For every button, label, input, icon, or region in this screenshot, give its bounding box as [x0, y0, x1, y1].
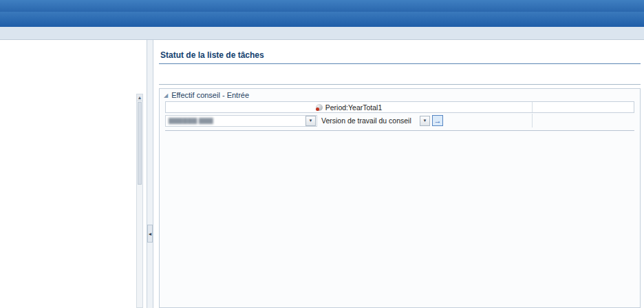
version-selector-value: Version de travail du conseil — [321, 116, 419, 125]
sidebar: ▲ — [0, 40, 147, 308]
entity-selector[interactable]: ▇▇▇▇▇▇ ▇▇▇ ▼ — [165, 115, 317, 127]
member-selector-row: ▇▇▇▇▇▇ ▇▇▇ ▼ Version de travail du conse… — [165, 114, 634, 127]
task-tree — [0, 44, 147, 308]
main-content: Statut de la liste de tâches ◢ Effectif … — [153, 40, 644, 308]
pov-empty-cell — [533, 102, 634, 112]
collapse-sidebar-icon[interactable]: ◄ — [147, 225, 153, 243]
entity-selector-value: ▇▇▇▇▇▇ ▇▇▇ — [166, 117, 305, 124]
tree-scrollbar[interactable]: ▲ — [136, 94, 143, 308]
pov-bar[interactable]: Period:YearTotal1 — [165, 101, 634, 113]
pov-label: Period:YearTotal1 — [325, 103, 383, 112]
toolbar — [0, 12, 644, 27]
scrollbar-thumb[interactable] — [138, 102, 142, 185]
version-dropdown-icon[interactable]: ▼ — [420, 116, 430, 126]
scroll-up-icon[interactable]: ▲ — [137, 94, 142, 101]
go-button[interactable]: → — [432, 115, 443, 126]
menu-bar — [0, 0, 644, 12]
form-title: Effectif conseil - Entrée — [171, 91, 249, 99]
grid-tabs — [165, 130, 634, 131]
form-title-row: ◢ Effectif conseil - Entrée — [160, 89, 640, 101]
entity-dropdown-icon[interactable]: ▼ — [305, 116, 316, 126]
application-window: ▲ ◄ Statut de la liste de tâches ◢ Effec… — [0, 0, 644, 308]
window-tab-strip — [0, 27, 644, 40]
panel-splitter[interactable]: ◄ — [147, 40, 153, 308]
task-tabs — [159, 70, 641, 85]
collapse-form-icon[interactable]: ◢ — [164, 92, 168, 99]
selector-divider — [532, 114, 533, 127]
pov-member-icon — [316, 104, 323, 111]
task-panel: ◢ Effectif conseil - Entrée Period:YearT… — [159, 88, 641, 308]
data-grid-container — [165, 133, 634, 307]
page-title: Statut de la liste de tâches — [159, 49, 641, 64]
